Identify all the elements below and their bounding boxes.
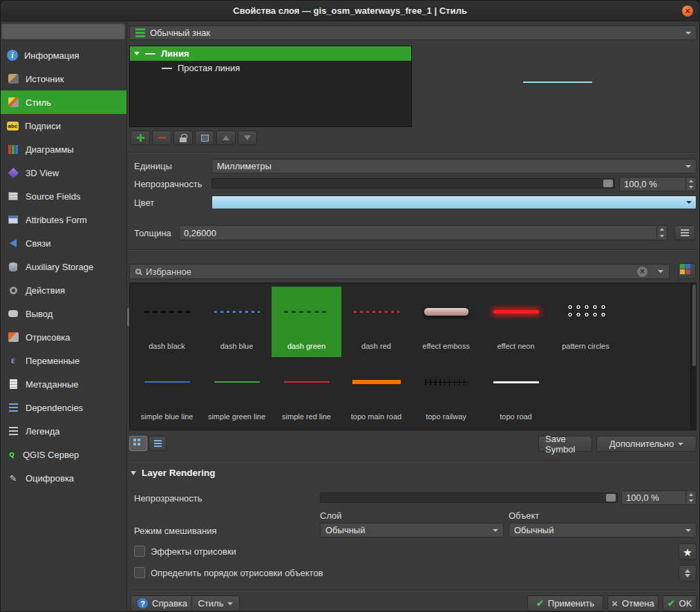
units-select[interactable]: Миллиметры bbox=[211, 159, 697, 173]
ok-button[interactable]: ✔ OK bbox=[663, 595, 697, 611]
topo-road-preview bbox=[493, 381, 539, 383]
sidebar-search-input[interactable] bbox=[1, 23, 125, 39]
spin-arrows[interactable] bbox=[685, 178, 696, 191]
sidebar-item-3d-view[interactable]: 3D View bbox=[1, 161, 126, 184]
color-button[interactable] bbox=[211, 195, 697, 209]
star-icon: ★ bbox=[683, 547, 692, 557]
lr-opacity-value: 100,0 % bbox=[626, 493, 659, 503]
sidebar-item-legend[interactable]: Легенда bbox=[1, 419, 126, 443]
sidebar-item-diagrams[interactable]: Диаграммы bbox=[1, 137, 126, 161]
sidebar-item-style[interactable]: Стиль bbox=[1, 90, 126, 114]
sidebar-item-information[interactable]: iИнформация bbox=[1, 44, 126, 67]
move-up-button[interactable] bbox=[216, 131, 236, 145]
sort-arrows-icon bbox=[685, 569, 690, 577]
symbol-item-dash-blue[interactable]: dash blue bbox=[202, 287, 272, 357]
ok-label: OK bbox=[679, 598, 692, 609]
expander-icon[interactable] bbox=[134, 52, 140, 55]
arrow-up-icon bbox=[223, 135, 229, 140]
symbol-item-simple-red-line[interactable]: simple red line bbox=[272, 357, 341, 428]
icon-view-button[interactable] bbox=[129, 436, 147, 451]
list-view-button[interactable] bbox=[149, 436, 167, 451]
symbol-item-topo-road[interactable]: topo road bbox=[481, 357, 551, 428]
dash-red-preview bbox=[354, 311, 399, 313]
sidebar-item-source[interactable]: Источник bbox=[1, 67, 126, 90]
titlebar[interactable]: Свойства слоя — gis_osm_waterways_free_1… bbox=[1, 1, 699, 21]
lock-icon bbox=[180, 137, 187, 142]
spin-arrows[interactable] bbox=[685, 491, 696, 504]
sidebar-item-joins[interactable]: Связи bbox=[1, 231, 126, 255]
duplicate-symbol-layer-button[interactable] bbox=[195, 131, 214, 145]
effects-options-button[interactable]: ★ bbox=[679, 544, 697, 560]
add-symbol-layer-button[interactable] bbox=[131, 131, 150, 145]
save-symbol-button[interactable]: Save Symbol bbox=[538, 436, 592, 452]
lr-opacity-slider[interactable] bbox=[320, 493, 618, 503]
tree-item-simple-line[interactable]: Простая линия bbox=[130, 61, 411, 75]
symbol-item-topo-railway[interactable]: topo railway bbox=[411, 357, 481, 428]
sidebar-item-display[interactable]: Вывод bbox=[1, 302, 126, 325]
symbol-search-input[interactable]: Избранное × bbox=[129, 264, 670, 279]
symbol-item-dash-green[interactable]: dash green bbox=[272, 287, 341, 357]
symbol-item-simple-green-line[interactable]: simple green line bbox=[202, 357, 272, 428]
layer-rendering-header[interactable]: Layer Rendering bbox=[131, 468, 216, 478]
symbol-type-select[interactable]: Обычный знак bbox=[129, 26, 697, 40]
sidebar-item-qgis-server[interactable]: QQGIS Сервер bbox=[1, 443, 126, 466]
close-button[interactable]: × bbox=[682, 6, 693, 17]
help-label: Справка bbox=[152, 598, 187, 609]
help-button[interactable]: ? Справка bbox=[131, 595, 194, 611]
symbol-item-dash-black[interactable]: dash black bbox=[132, 287, 202, 357]
tree-item-line[interactable]: Линия bbox=[130, 46, 411, 61]
sidebar-item-auxiliary-storage[interactable]: Auxiliary Storage bbox=[1, 255, 126, 278]
sidebar-items: iИнформация Источник Стиль abcПодписи Ди… bbox=[1, 44, 126, 490]
source-icon bbox=[8, 74, 19, 84]
sidebar-item-metadata[interactable]: Метаданные bbox=[1, 372, 126, 396]
symbol-item-dash-red[interactable]: dash red bbox=[341, 287, 411, 357]
paintbrush-icon bbox=[8, 97, 19, 107]
slider-handle[interactable] bbox=[606, 494, 616, 501]
clear-search-icon[interactable]: × bbox=[637, 267, 647, 277]
dash-blue-preview bbox=[214, 311, 260, 313]
symbol-label: effect neon bbox=[497, 342, 534, 350]
symbol-item-pattern-circles[interactable]: pattern circles bbox=[551, 287, 621, 357]
symbol-item-topo-main-road[interactable]: topo main road bbox=[341, 357, 411, 428]
slider-handle[interactable] bbox=[603, 180, 613, 187]
sidebar-item-digitizing[interactable]: ✎Оцифровка bbox=[1, 466, 126, 490]
symbol-label: dash blue bbox=[220, 342, 254, 350]
symbol-label: topo road bbox=[500, 412, 531, 421]
sidebar-item-attributes-form[interactable]: Attributes Form bbox=[1, 208, 126, 231]
feature-order-checkbox[interactable] bbox=[134, 567, 145, 578]
chevron-down-icon[interactable] bbox=[658, 270, 663, 273]
style-menu-button[interactable]: Стиль bbox=[191, 595, 240, 611]
spin-arrows[interactable] bbox=[656, 226, 667, 240]
data-defined-override-button[interactable] bbox=[674, 225, 695, 240]
cancel-label: Отмена bbox=[622, 598, 654, 609]
scrollbar-handle[interactable] bbox=[692, 285, 696, 366]
sidebar-item-source-fields[interactable]: Source Fields bbox=[1, 184, 126, 208]
symbol-item-effect-neon[interactable]: effect neon bbox=[481, 287, 551, 357]
opacity-slider[interactable] bbox=[211, 178, 615, 189]
symbol-item-effect-emboss[interactable]: effect emboss bbox=[411, 287, 481, 357]
apply-label: Применить bbox=[548, 598, 594, 609]
document-icon bbox=[10, 379, 17, 389]
advanced-button[interactable]: Дополнительно bbox=[596, 436, 697, 452]
remove-symbol-layer-button[interactable] bbox=[152, 131, 171, 145]
move-down-button[interactable] bbox=[238, 131, 257, 145]
width-spinbox[interactable]: 0,26000 bbox=[179, 225, 668, 240]
lr-opacity-spinbox[interactable]: 100,0 % bbox=[621, 490, 697, 505]
sidebar-item-labels[interactable]: abcПодписи bbox=[1, 114, 126, 137]
apply-button[interactable]: ✔ Применить bbox=[527, 595, 603, 611]
cancel-button[interactable]: × Отмена bbox=[607, 595, 659, 611]
draw-effects-checkbox[interactable] bbox=[134, 546, 145, 557]
feature-blend-select[interactable]: Обычный bbox=[509, 523, 697, 537]
sidebar-item-actions[interactable]: Действия bbox=[1, 278, 126, 302]
feature-order-options-button[interactable] bbox=[679, 565, 697, 582]
lock-color-button[interactable] bbox=[173, 131, 193, 145]
style-manager-button[interactable] bbox=[678, 263, 696, 279]
sidebar-item-dependencies[interactable]: Dependencies bbox=[1, 396, 126, 419]
layer-blend-select[interactable]: Обычный bbox=[320, 523, 504, 537]
opacity-spinbox[interactable]: 100,0 % bbox=[619, 177, 697, 191]
sidebar-item-variables[interactable]: εПеременные bbox=[1, 349, 126, 372]
sidebar-item-rendering[interactable]: Отрисовка bbox=[1, 325, 126, 349]
grid-scrollbar[interactable] bbox=[691, 283, 697, 430]
sidebar-item-label: Source Fields bbox=[26, 191, 80, 202]
symbol-item-simple-blue-line[interactable]: simple blue line bbox=[132, 357, 202, 428]
